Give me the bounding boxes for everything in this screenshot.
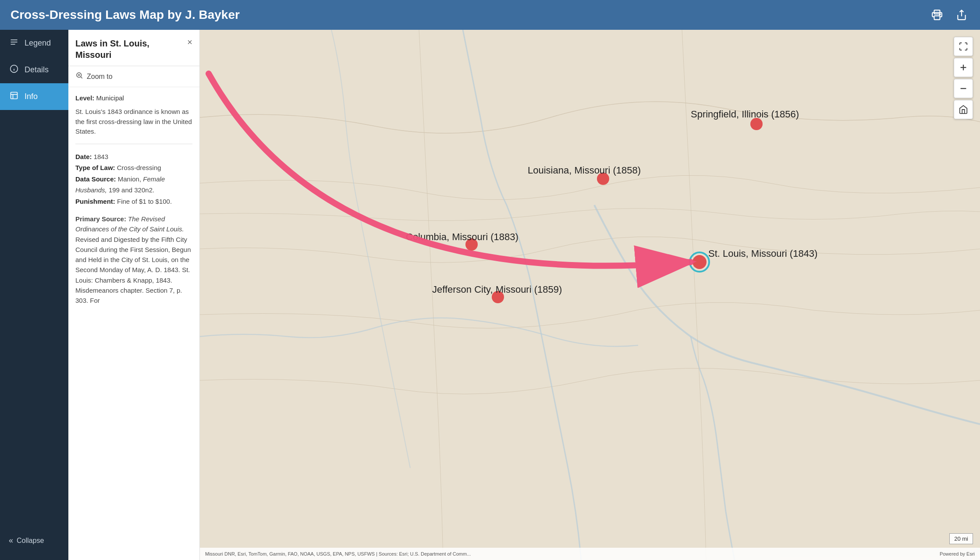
- label-columbia: Columbia, Missouri (1883): [406, 231, 518, 242]
- zoom-extent-button[interactable]: [954, 37, 973, 56]
- zoom-to-label: Zoom to: [87, 73, 113, 81]
- collapse-button[interactable]: « Collapse: [0, 530, 68, 551]
- sidebar-label-details: Details: [25, 65, 49, 74]
- zoom-icon: [75, 71, 83, 82]
- punishment-line: Punishment: Fine of $1 to $100.: [75, 196, 192, 207]
- sidebar-item-info[interactable]: Info: [0, 83, 68, 110]
- share-button[interactable]: [954, 7, 969, 23]
- source-line: Data Source: Manion, Female Husbands, 19…: [75, 174, 192, 196]
- level-row: Level: Municipal: [75, 94, 192, 102]
- home-button[interactable]: [954, 100, 973, 119]
- svg-rect-1: [934, 16, 940, 20]
- svg-line-14: [81, 77, 82, 78]
- label-springfield-il: Springfield, Illinois (1856): [691, 109, 799, 120]
- description-text: St. Louis's 1843 ordinance is known as t…: [75, 107, 192, 144]
- details-section: Date: 1843 Type of Law: Cross-dressing D…: [75, 151, 192, 207]
- type-value: Cross-dressing: [117, 164, 161, 171]
- level-label: Level:: [75, 94, 94, 102]
- primary-source-continuation: Revised and Digested by the Fifth City C…: [75, 236, 191, 305]
- sidebar-item-details[interactable]: Details: [0, 57, 68, 83]
- details-icon: [9, 64, 19, 75]
- zoom-to-button[interactable]: Zoom to: [68, 66, 199, 87]
- map-container[interactable]: St. Louis, Missouri (1843) Jefferson Cit…: [200, 30, 980, 560]
- header-actions: [929, 7, 969, 23]
- label-jefferson-city: Jefferson City, Missouri (1859): [432, 284, 562, 295]
- sidebar-item-legend[interactable]: Legend: [0, 30, 68, 57]
- collapse-icon: «: [9, 536, 13, 545]
- collapse-label: Collapse: [17, 537, 44, 545]
- panel-close-button[interactable]: ×: [184, 38, 192, 46]
- sidebar-label-info: Info: [25, 92, 38, 101]
- panel-title: Laws in St. Louis, Missouri: [75, 38, 184, 60]
- svg-rect-17: [200, 30, 980, 560]
- level-value: Municipal: [96, 94, 124, 102]
- svg-rect-10: [11, 92, 18, 99]
- scale-label: 20 mi: [954, 535, 968, 542]
- map-background: St. Louis, Missouri (1843) Jefferson Cit…: [200, 30, 980, 560]
- page-title: Cross-Dressing Laws Map by J. Bayker: [11, 8, 929, 22]
- legend-icon: [9, 38, 19, 49]
- source-label: Data Source:: [75, 175, 116, 183]
- map-controls: [954, 37, 973, 119]
- type-label: Type of Law:: [75, 164, 115, 171]
- date-value: 1843: [94, 153, 108, 160]
- zoom-in-button[interactable]: [954, 58, 973, 77]
- panel-content: Level: Municipal St. Louis's 1843 ordina…: [68, 87, 199, 312]
- info-icon: [9, 91, 19, 102]
- map-attribution: Missouri DNR, Esri, TomTom, Garmin, FAO,…: [200, 548, 980, 560]
- info-panel: Laws in St. Louis, Missouri × Zoom to Le…: [68, 30, 200, 560]
- dot-springfield-il: [750, 118, 763, 130]
- punishment-label: Punishment:: [75, 198, 115, 205]
- primary-source: Primary Source: The Revised Ordinances o…: [75, 214, 192, 305]
- primary-source-label: Primary Source:: [75, 215, 126, 223]
- scale-bar: 20 mi: [949, 533, 973, 544]
- print-button[interactable]: [929, 7, 945, 23]
- panel-header: Laws in St. Louis, Missouri ×: [68, 30, 199, 66]
- type-line: Type of Law: Cross-dressing: [75, 162, 192, 174]
- sidebar: Legend Details Info « Collapse: [0, 30, 68, 560]
- powered-by: Powered by Esri: [940, 551, 975, 556]
- sidebar-label-legend: Legend: [25, 39, 51, 48]
- date-label: Date:: [75, 153, 92, 160]
- dot-st-louis: [692, 255, 707, 269]
- attribution-text: Missouri DNR, Esri, TomTom, Garmin, FAO,…: [205, 551, 471, 556]
- svg-point-2: [939, 14, 940, 15]
- zoom-out-button[interactable]: [954, 79, 973, 98]
- label-louisiana: Louisiana, Missouri (1858): [528, 165, 641, 176]
- app-header: Cross-Dressing Laws Map by J. Bayker: [0, 0, 980, 30]
- punishment-value: Fine of $1 to $100.: [117, 198, 172, 205]
- date-line: Date: 1843: [75, 151, 192, 163]
- label-st-louis: St. Louis, Missouri (1843): [708, 248, 817, 259]
